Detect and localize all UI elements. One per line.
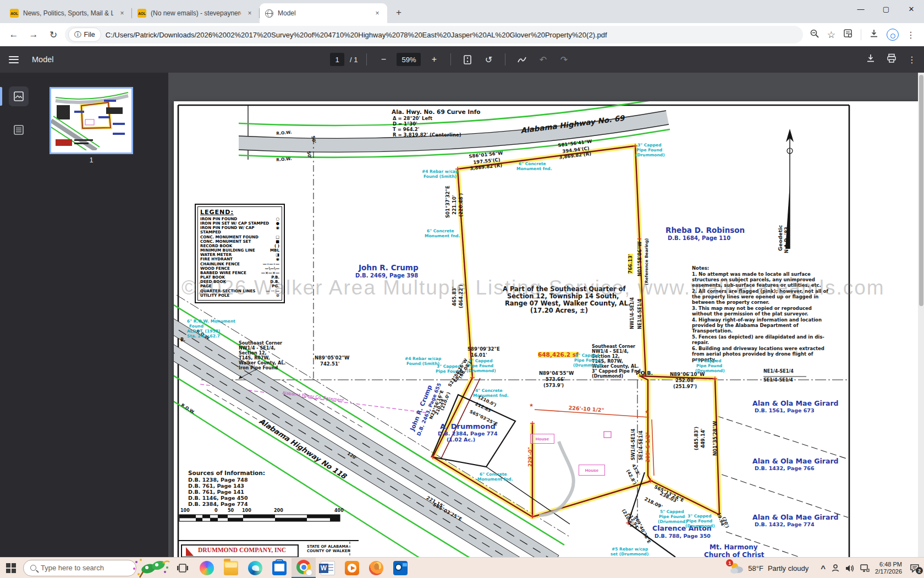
- tab-close-icon[interactable]: ×: [245, 9, 254, 18]
- maximize-button[interactable]: ▢: [873, 0, 899, 18]
- address-bar[interactable]: ⓘ File C:/Users/Patrick/Downloads/2026%2…: [65, 26, 803, 43]
- bearing-label: 449.14': [701, 429, 706, 448]
- firefox-icon[interactable]: [364, 558, 388, 578]
- source-item: D.B. 1238, Page 748: [188, 477, 248, 483]
- quarter-label: NE1/4-SE1/4: [638, 299, 642, 329]
- page-number-input[interactable]: 1: [330, 53, 344, 66]
- legend-title: LEGEND:: [200, 209, 279, 216]
- owner-deed-label: D.B. 788, Page 350: [654, 533, 711, 539]
- pdf-menu-kebab-icon[interactable]: ⋮: [908, 54, 916, 65]
- fit-page-icon[interactable]: [460, 52, 475, 67]
- quarter-label: SW1/4-SE1/4: [631, 429, 636, 460]
- monument-label: 6" Concrete: [519, 162, 546, 166]
- bearing-label: 766.13': [628, 254, 633, 274]
- vertical-scrollbar[interactable]: [918, 73, 924, 557]
- media-player-icon[interactable]: [340, 558, 364, 578]
- tray-expand-chevron-icon[interactable]: ^: [821, 564, 826, 573]
- monument-label: Monument fnd.: [516, 167, 552, 171]
- scale-label: 0: [215, 509, 218, 513]
- monument-label: 6" R.O.W. Monument: [187, 319, 235, 324]
- weather-widget[interactable]: 1 58°F Partly cloudy: [729, 561, 809, 575]
- task-view-button[interactable]: [170, 558, 195, 578]
- pdf-menu-icon[interactable]: [9, 56, 19, 63]
- close-button[interactable]: ✕: [899, 0, 924, 18]
- tab-model-active[interactable]: Model ×: [260, 3, 387, 23]
- new-tab-button[interactable]: +: [392, 6, 406, 20]
- forward-button[interactable]: →: [25, 26, 42, 43]
- tab-aol-mail[interactable]: AOL (No new emails) - stevepaynere ×: [132, 3, 260, 23]
- monument-label: Found (Smith): [406, 362, 439, 366]
- dim-label: 50': [310, 135, 316, 144]
- outlook-icon[interactable]: [388, 558, 413, 578]
- microsoft-store-icon[interactable]: [267, 558, 292, 578]
- reading-mode-icon[interactable]: [843, 29, 853, 41]
- monument-label: Found: [189, 324, 204, 329]
- tab-close-icon[interactable]: ×: [373, 9, 382, 18]
- zoom-level-input[interactable]: 59%: [397, 53, 421, 66]
- zoom-in-button[interactable]: +: [426, 52, 442, 67]
- corner-note: T14S, R07W,: [239, 356, 270, 361]
- network-icon[interactable]: [860, 564, 870, 572]
- owner-deed-label: D.B. 1432, Page 766: [755, 466, 815, 471]
- pdf-download-icon[interactable]: [866, 53, 876, 66]
- owner-label: Rheba D. Robinson: [666, 227, 745, 235]
- scrollbar-thumb[interactable]: [919, 75, 923, 306]
- curve-info-title: Ala. Hwy. No. 69 Curve Info: [392, 109, 481, 115]
- pdf-sidebar: 1: [0, 73, 168, 557]
- file-explorer-icon[interactable]: [219, 558, 243, 578]
- rotate-icon[interactable]: ↺: [481, 52, 496, 67]
- survey-map-page: ©2026 Walker Area Multuple Listing Servi…: [174, 101, 918, 557]
- curve-info-line: T = 964.2': [393, 127, 419, 132]
- minimize-button[interactable]: —: [848, 0, 873, 18]
- menu-kebab-icon[interactable]: ⋮: [906, 30, 915, 40]
- monument-label: Pipe Found: [696, 364, 722, 368]
- annotate-pen-icon[interactable]: [514, 52, 530, 67]
- tab-title: (No new emails) - stevepaynere: [151, 9, 241, 17]
- bearing-label: (220.48'): [459, 193, 464, 217]
- corner-note: Iron Pipe Found: [239, 366, 278, 370]
- back-button[interactable]: ←: [6, 26, 22, 43]
- word-icon[interactable]: W: [316, 558, 340, 578]
- taskbar-clock[interactable]: 6:48 PM 2/17/2026: [875, 561, 902, 575]
- tray-person-icon[interactable]: [831, 564, 840, 572]
- redo-icon[interactable]: ↷: [556, 52, 571, 67]
- action-center-icon[interactable]: 2: [910, 564, 920, 572]
- speaker-icon[interactable]: [845, 564, 855, 572]
- tab-aol-news[interactable]: AOL News, Politics, Sports, Mail & La ×: [4, 3, 132, 23]
- monument-label: 3" Capped: [688, 514, 712, 519]
- monument-label: 5" Capped: [660, 510, 684, 514]
- file-chip[interactable]: ⓘ File: [68, 28, 101, 42]
- page-thumbnail[interactable]: [50, 87, 133, 154]
- zoom-icon[interactable]: [810, 29, 820, 41]
- bearing-label: N89°04'55"W: [539, 371, 574, 376]
- owner-label: Alan & Ola Mae Girard: [752, 400, 839, 407]
- red-dim-label: 229'-0": [528, 447, 533, 467]
- download-icon[interactable]: [869, 29, 879, 41]
- weather-condition: Partly cloudy: [768, 564, 809, 572]
- thumbnails-panel-icon[interactable]: [9, 86, 29, 106]
- reload-button[interactable]: ↻: [45, 26, 62, 43]
- edge-icon[interactable]: [243, 558, 267, 578]
- url-text[interactable]: C:/Users/Patrick/Downloads/2026%2002%201…: [106, 31, 607, 39]
- house-label: House: [585, 468, 598, 473]
- profile-avatar-icon[interactable]: [887, 29, 899, 41]
- tab-close-icon[interactable]: ×: [118, 9, 127, 18]
- print-icon[interactable]: [887, 53, 897, 66]
- state-label: COUNTY OF WALKER: [307, 549, 350, 553]
- weather-temp: 58°F: [748, 564, 763, 572]
- monument-label: ALDOT. (1958): [187, 329, 220, 334]
- monument-label: 5" Capped: [697, 359, 722, 363]
- taskbar-search-input[interactable]: Type here to search: [23, 560, 136, 576]
- monument-label: Pipe Found: [686, 519, 712, 524]
- copilot-icon[interactable]: [195, 558, 219, 578]
- watermark: ©2026 Walker Area Multuple Listing Servi…: [182, 276, 885, 299]
- bookmark-star-icon[interactable]: ☆: [827, 29, 835, 41]
- undo-icon[interactable]: ↶: [535, 52, 551, 67]
- globe-favicon-icon: [265, 9, 273, 18]
- outline-panel-icon[interactable]: [9, 120, 29, 140]
- house-label: House: [536, 437, 549, 441]
- chrome-icon[interactable]: [292, 558, 316, 578]
- zoom-out-button[interactable]: −: [376, 52, 391, 67]
- curve-info-line: D = 1°30': [393, 122, 417, 127]
- start-button[interactable]: [0, 558, 22, 578]
